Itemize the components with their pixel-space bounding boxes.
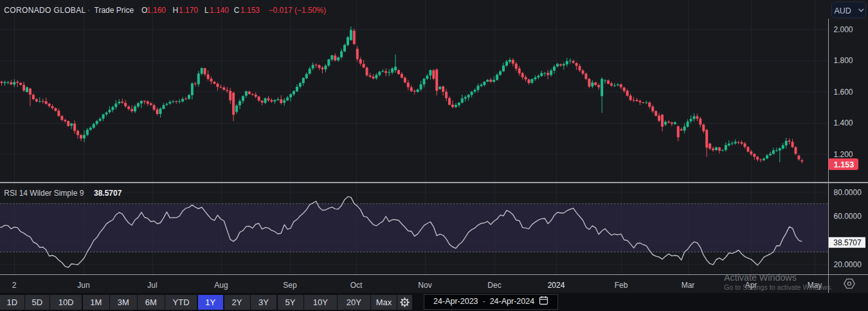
svg-text:Go to Settings to activate Win: Go to Settings to activate Windows. (724, 283, 833, 291)
svg-text:Trade Price: Trade Price (95, 6, 134, 15)
svg-text:80.0000: 80.0000 (834, 188, 862, 197)
svg-text:AUD: AUD (835, 6, 851, 15)
svg-text:1.140: 1.140 (210, 6, 229, 15)
svg-text:RSI 14 Wilder Simple 9: RSI 14 Wilder Simple 9 (4, 189, 84, 198)
svg-text:Mar: Mar (682, 281, 695, 290)
svg-text:Dec: Dec (487, 281, 501, 290)
svg-text:20.0000: 20.0000 (834, 260, 862, 269)
svg-text:Sep: Sep (283, 281, 297, 290)
svg-text:1.800: 1.800 (834, 56, 853, 65)
svg-text:1.200: 1.200 (834, 150, 853, 159)
svg-text:CORONADO GLOBAL: CORONADO GLOBAL (4, 6, 86, 15)
svg-text:1.153: 1.153 (834, 160, 854, 169)
svg-text:60.0000: 60.0000 (834, 212, 862, 221)
svg-text:1.153: 1.153 (240, 6, 260, 15)
svg-text:Oct: Oct (350, 281, 363, 290)
svg-text:Feb: Feb (615, 281, 628, 290)
svg-text:H: H (173, 6, 179, 15)
svg-text:38.5707: 38.5707 (833, 238, 862, 247)
svg-text:·: · (87, 6, 90, 15)
svg-text:L: L (204, 6, 209, 15)
svg-text:1.160: 1.160 (147, 6, 166, 15)
svg-text:Nov: Nov (418, 281, 431, 290)
svg-text:Jun: Jun (77, 281, 89, 290)
svg-text:2: 2 (12, 281, 17, 290)
svg-text:1.600: 1.600 (834, 88, 853, 97)
svg-text:Aug: Aug (214, 281, 228, 290)
svg-text:2.000: 2.000 (834, 25, 853, 34)
svg-text:C: C (234, 6, 240, 15)
svg-text:Jul: Jul (147, 281, 157, 290)
svg-text:1.400: 1.400 (834, 118, 853, 127)
svg-text:Activate Windows: Activate Windows (724, 272, 797, 283)
svg-text:1.170: 1.170 (179, 6, 198, 15)
svg-text:38.5707: 38.5707 (94, 189, 122, 198)
svg-text:2024: 2024 (548, 281, 565, 290)
svg-text:−0.017 (−1.50%): −0.017 (−1.50%) (269, 6, 326, 15)
